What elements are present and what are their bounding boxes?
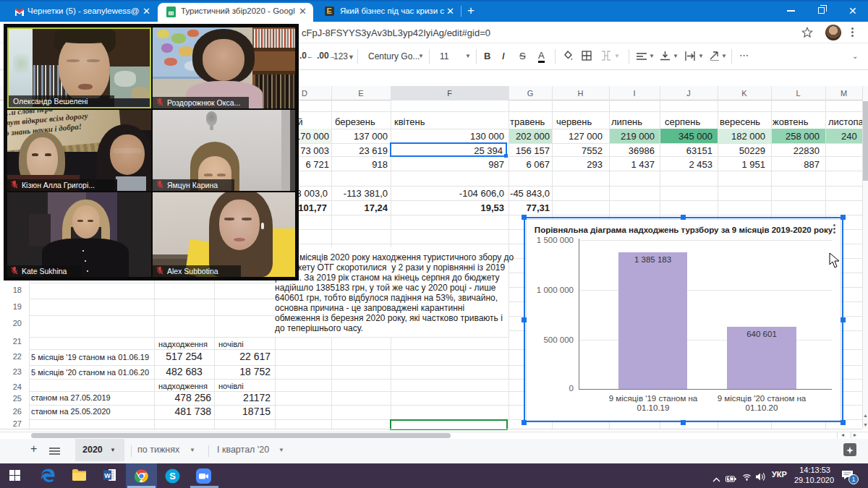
svg-text:S: S: [169, 471, 176, 481]
svg-text:W: W: [104, 472, 111, 479]
